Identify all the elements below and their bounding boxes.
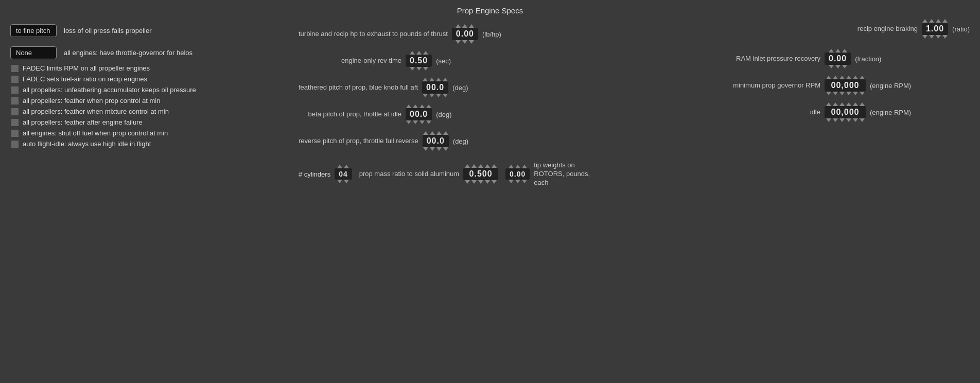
up-arrow-0-2[interactable]	[469, 24, 474, 28]
recip-value[interactable]: 1.00	[922, 23, 948, 35]
pm-up-0[interactable]	[465, 164, 470, 168]
up-arrow-1-1[interactable]	[416, 51, 422, 55]
checkbox-icon-0[interactable]	[11, 65, 19, 72]
checkbox-item-7[interactable]: auto flight-idle: always use high idle i…	[10, 140, 288, 148]
up-arrow-4-3[interactable]	[443, 131, 448, 135]
checkbox-item-2[interactable]: all propellers: unfeathering accumulator…	[10, 86, 288, 94]
r-down-2-5[interactable]	[860, 118, 865, 122]
down-arrow-2-1[interactable]	[429, 94, 434, 97]
fine-pitch-dropdown[interactable]: to fine pitch	[10, 24, 57, 37]
cyl-down-1[interactable]	[344, 180, 349, 183]
cylinders-value[interactable]: 04	[335, 168, 352, 180]
digit-value-2[interactable]: 00.0	[422, 81, 448, 94]
up-arrow-3-0[interactable]	[406, 105, 411, 108]
r-up-1-1[interactable]	[833, 76, 838, 79]
r-up-1-0[interactable]	[826, 76, 831, 79]
down-arrow-2-0[interactable]	[423, 94, 428, 97]
down-arrow-3-0[interactable]	[406, 120, 411, 124]
r-down-1-2[interactable]	[839, 92, 845, 95]
up-arrow-4-2[interactable]	[436, 131, 442, 135]
r-up-2-3[interactable]	[846, 102, 851, 106]
up-arrow-2-2[interactable]	[436, 78, 441, 81]
checkbox-icon-3[interactable]	[11, 97, 19, 105]
up-arrow-1-0[interactable]	[410, 51, 415, 55]
checkbox-item-0[interactable]: FADEC limits RPM on all propeller engine…	[10, 64, 288, 72]
digit-value-3[interactable]: 00.0	[406, 108, 432, 120]
spinner-3[interactable]: 00.0	[406, 105, 432, 124]
pm-up-3[interactable]	[485, 164, 490, 168]
checkbox-icon-7[interactable]	[11, 141, 19, 148]
recip-spinner[interactable]: 1.00	[922, 19, 948, 39]
r-down-2-2[interactable]	[839, 118, 845, 122]
pm-down-3[interactable]	[485, 180, 490, 184]
checkbox-icon-1[interactable]	[11, 76, 19, 83]
r-down-1-3[interactable]	[846, 92, 851, 95]
up-arrow-3-1[interactable]	[413, 105, 418, 108]
up-arrow-2-0[interactable]	[423, 78, 428, 81]
r-up-1-5[interactable]	[860, 76, 865, 79]
tw-down-2[interactable]	[522, 180, 527, 183]
r-down-2-3[interactable]	[846, 118, 851, 122]
recip-up-1[interactable]	[929, 19, 934, 23]
pm-up-4[interactable]	[492, 164, 497, 168]
pm-down-1[interactable]	[471, 180, 477, 184]
recip-down-1[interactable]	[929, 35, 934, 39]
down-arrow-1-2[interactable]	[423, 67, 428, 71]
r-down-1-5[interactable]	[860, 92, 865, 95]
r-down-1-0[interactable]	[826, 92, 831, 95]
pm-down-2[interactable]	[478, 180, 483, 184]
prop-mass-spinner[interactable]: 0.500	[463, 164, 498, 184]
digit-value-4[interactable]: 00.0	[423, 135, 449, 147]
r-up-2-4[interactable]	[853, 102, 858, 106]
down-arrow-4-2[interactable]	[436, 147, 442, 151]
r-up-0-2[interactable]	[842, 49, 847, 53]
checkbox-item-6[interactable]: all engines: shut off fuel when prop con…	[10, 129, 288, 137]
pm-up-2[interactable]	[478, 164, 483, 168]
pm-down-4[interactable]	[492, 180, 497, 184]
down-arrow-0-1[interactable]	[462, 40, 467, 44]
r-down-0-2[interactable]	[842, 65, 847, 68]
spinner-1[interactable]: 0.50	[406, 51, 432, 71]
checkbox-icon-6[interactable]	[11, 130, 19, 137]
r-up-1-4[interactable]	[853, 76, 858, 79]
right-digit-1[interactable]: 00,000	[825, 79, 866, 92]
up-arrow-2-1[interactable]	[429, 78, 434, 81]
recip-down-2[interactable]	[936, 35, 941, 39]
none-dropdown[interactable]: None	[10, 46, 57, 59]
right-digit-0[interactable]: 0.00	[825, 53, 851, 65]
tw-down-0[interactable]	[509, 180, 514, 183]
checkbox-item-1[interactable]: FADEC sets fuel-air ratio on recip engin…	[10, 75, 288, 83]
up-arrow-1-2[interactable]	[423, 51, 428, 55]
r-down-2-4[interactable]	[853, 118, 858, 122]
checkbox-icon-5[interactable]	[11, 119, 19, 126]
tw-up-2[interactable]	[522, 165, 527, 168]
up-arrow-3-2[interactable]	[419, 105, 425, 108]
tw-down-1[interactable]	[515, 180, 520, 183]
right-digit-2[interactable]: 00,000	[825, 106, 866, 118]
r-up-2-5[interactable]	[860, 102, 865, 106]
checkbox-item-4[interactable]: all propellers: feather when mixture con…	[10, 108, 288, 115]
right-spinner-2[interactable]: 00,000	[825, 102, 866, 122]
tw-up-1[interactable]	[515, 165, 520, 168]
r-up-0-1[interactable]	[835, 49, 841, 53]
r-down-1-1[interactable]	[833, 92, 838, 95]
spinner-0[interactable]: 0.00	[452, 24, 478, 44]
down-arrow-0-2[interactable]	[469, 40, 474, 44]
cyl-up-0[interactable]	[337, 165, 342, 168]
r-up-1-3[interactable]	[846, 76, 851, 79]
recip-up-2[interactable]	[936, 19, 941, 23]
r-down-0-0[interactable]	[829, 65, 834, 68]
pm-down-0[interactable]	[465, 180, 470, 184]
down-arrow-1-1[interactable]	[416, 67, 422, 71]
down-arrow-0-0[interactable]	[456, 40, 461, 44]
checkbox-icon-4[interactable]	[11, 108, 19, 115]
up-arrow-0-0[interactable]	[456, 24, 461, 28]
r-up-1-2[interactable]	[839, 76, 845, 79]
recip-down-3[interactable]	[942, 35, 948, 39]
down-arrow-4-0[interactable]	[423, 147, 428, 151]
r-down-1-4[interactable]	[853, 92, 858, 95]
pm-up-1[interactable]	[471, 164, 477, 168]
spinner-2[interactable]: 00.0	[422, 78, 448, 97]
r-down-0-1[interactable]	[835, 65, 841, 68]
recip-up-0[interactable]	[922, 19, 927, 23]
